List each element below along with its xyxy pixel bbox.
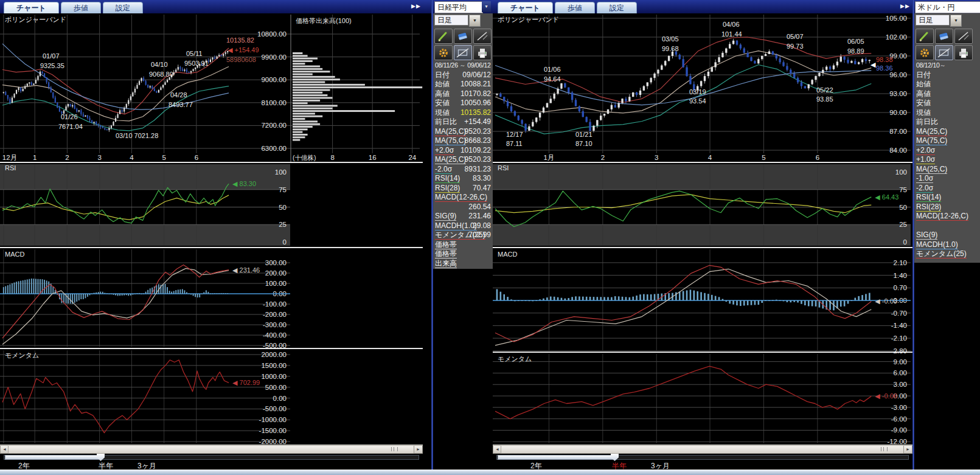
indicator-name[interactable]: MACDH(1.0) [916,241,958,249]
panel-link[interactable]: 価格帯 [435,241,457,249]
print-icon [475,47,490,59]
period-select-usdjpy[interactable]: 日足 [916,15,950,26]
indicator-name[interactable]: MACD(12-26,C) [435,193,487,202]
toggle-overlay-button[interactable] [935,45,953,60]
candle-body [768,51,770,54]
candle-body [156,91,157,92]
indicator-name[interactable]: RSI(28) [435,184,460,193]
tab-settings-nikkei[interactable]: 設定 [103,2,143,13]
indicator-value: 83.30 [473,174,491,184]
indicator-row [914,221,980,231]
indicator-name[interactable]: -2.0σ [435,165,452,174]
candle-body [614,105,616,108]
tab-quotes-nikkei[interactable]: 歩値 [61,2,101,13]
indicator-name[interactable]: MA(25,C) [435,156,466,164]
delete-line-button[interactable] [954,29,973,44]
indicator-row: モメンタム(25) [914,249,980,259]
settings-gear-button[interactable] [916,45,934,60]
zoom-slider-nikkei[interactable] [0,452,423,461]
indicator-name[interactable]: RSI(14) [916,193,941,202]
macd-histogram-bar [625,297,627,300]
indicator-name[interactable]: RSI(14) [435,175,460,183]
indicator-name[interactable]: -1.0σ [916,175,933,183]
volume-profile-title: 価格帯出来高(100) [296,17,352,24]
toggle-overlay-icon [937,47,951,59]
indicator-name[interactable]: MA(75,C) [916,137,947,145]
price-annotation: 03/10 7021.28 [116,132,158,139]
volume-bar [293,105,338,106]
indicator-name[interactable]: -2.0σ [916,184,933,193]
indicator-name[interactable]: +2.0σ [916,147,935,155]
symbol-dropdown-arrow-nikkei[interactable]: ▼ [482,1,491,12]
indicator-value: 29.08 [473,221,491,231]
volume-bar [293,97,333,99]
macd-histogram-bar [632,297,634,300]
candle-body [212,57,213,59]
settings-gear-button[interactable] [434,45,453,60]
print-button[interactable] [473,45,492,60]
tab-chart-nikkei[interactable]: チャート [4,2,59,13]
symbol-select-usdjpy[interactable]: 米ドル・円 [915,1,980,13]
candle-body [632,92,634,97]
expand-icon-nikkei[interactable]: ▶▶ [411,3,421,9]
macd-histogram-bar [61,294,63,303]
candle-body [836,61,838,65]
zoom-slider-usdjpy[interactable] [493,452,912,461]
indicator-name[interactable]: モメンタム(25) [916,250,967,258]
indicator-name[interactable]: RSI(28) [916,203,941,212]
indicator-name[interactable]: SIG(9) [435,212,456,221]
usdjpy-chart-canvas[interactable]: 105.00102.0099.0096.0093.0090.0087.0084.… [493,13,912,445]
macd-histogram-bar [91,294,92,294]
eraser-button[interactable] [454,29,472,44]
indicator-name[interactable]: MACD(12-26,C) [916,212,968,221]
slider-thumb[interactable] [611,454,619,461]
indicator-name[interactable]: MA(25,C) [435,128,466,136]
nikkei-chart-canvas[interactable]: 10800.009900.009000.008100.007200.006300… [0,13,423,445]
tab-settings-usdjpy[interactable]: 設定 [597,2,637,13]
macd-histogram-bar [132,294,133,295]
candle-body [865,59,867,61]
rsi-overbought-zone [493,164,911,190]
indicator-name: 現値 [435,109,450,117]
period-dropdown-arrow-usdjpy[interactable]: ▼ [950,15,962,27]
indicator-name[interactable]: +2.0σ [435,147,454,155]
h-scrollbar-nikkei[interactable]: ◄ ► [0,445,423,453]
indicator-name[interactable]: SIG(9) [916,231,937,240]
indicator-name[interactable]: MA(25,C) [916,165,947,174]
indicator-name[interactable]: MACDH(1.0) [435,222,477,231]
period-select-nikkei[interactable]: 日足 [434,15,468,26]
candle-body [603,114,605,116]
expand-icon-usdjpy[interactable]: ▶▶ [900,3,910,9]
toggle-overlay-button[interactable] [454,45,472,60]
indicator-value: 10088.21 [460,80,491,89]
price-annotation: 7671.04 [58,123,83,130]
draw-pencil-button[interactable] [434,29,453,44]
indicator-name[interactable]: +1.0σ [916,156,935,164]
indicator-name[interactable]: MA(25,C) [916,128,947,136]
candle-body [5,92,6,95]
candle-body [732,41,734,44]
delete-line-button[interactable] [473,29,492,44]
tab-chart-usdjpy[interactable]: チャート [498,2,553,13]
x-axis-label: 5 [162,154,165,161]
tab-quotes-usdjpy[interactable]: 歩値 [555,2,595,13]
candle-body [740,44,742,48]
indicator-name: 始値 [435,80,450,88]
draw-pencil-button[interactable] [916,29,934,44]
macd-axis-label: 200.00 [265,269,287,277]
indicator-name[interactable]: MA(75,C) [435,137,466,145]
eraser-button[interactable] [935,29,953,44]
print-button[interactable] [954,45,973,60]
macd-histogram-bar [210,293,211,294]
panel-link[interactable]: 出来高 [435,260,457,268]
slider-thumb[interactable] [97,454,105,461]
candle-body [3,92,4,92]
period-row-nikkei: 日足 ▼ [434,15,481,27]
period-dropdown-arrow-nikkei[interactable]: ▼ [469,15,481,27]
price-annotation: 9068.80 [149,71,173,78]
panel-link[interactable]: 価格帯 [435,250,457,258]
candle-body [158,90,159,92]
h-scrollbar-usdjpy[interactable]: ◄ ► [493,445,912,453]
symbol-select-nikkei[interactable]: 日経平均 [434,1,483,13]
macd-marker: ◀ 231.46 [232,266,260,274]
